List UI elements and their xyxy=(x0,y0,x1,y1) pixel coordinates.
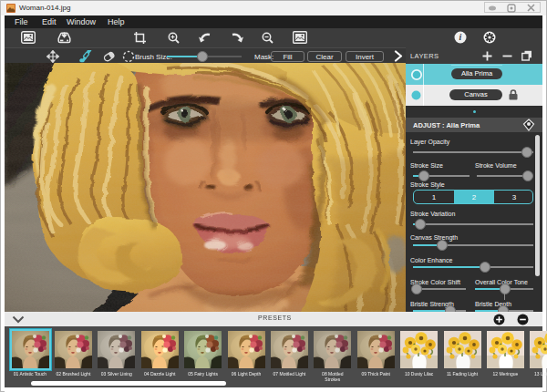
svg-text:i: i xyxy=(459,32,462,42)
